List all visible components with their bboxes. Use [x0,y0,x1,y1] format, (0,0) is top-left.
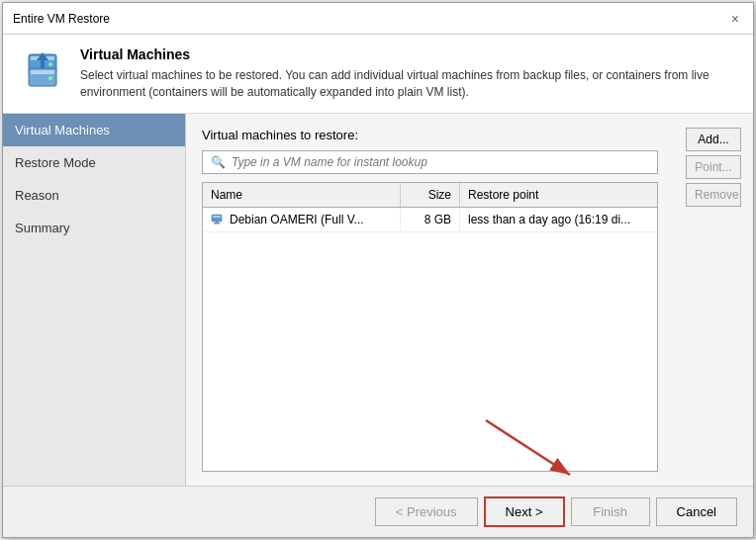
previous-button[interactable]: < Previous [375,497,478,526]
search-input[interactable] [232,155,649,169]
vm-restore-point: less than a day ago (16:19 di... [460,208,657,231]
dialog-title: Entire VM Restore [13,12,110,26]
vm-icon-svg [19,46,66,94]
header-section: Virtual Machines Select virtual machines… [3,35,753,114]
header-description: Select virtual machines to be restored. … [80,67,737,101]
svg-rect-9 [213,216,221,218]
remove-button[interactable]: Remove [686,183,741,207]
vm-size: 8 GB [401,208,460,231]
next-button[interactable]: Next > [484,496,565,527]
dialog: Entire VM Restore × Virtual Machines Se [2,2,754,538]
search-box: 🔍 [202,150,658,174]
table-header: Name Size Restore point [203,183,657,208]
footer: < Previous Next > Finish Cancel [3,486,753,537]
vm-row-icon [211,213,225,226]
close-button[interactable]: × [727,10,743,28]
col-header-size: Size [401,183,460,207]
vm-header-icon [19,46,66,94]
sidebar-item-virtual-machines[interactable]: Virtual Machines [3,114,185,146]
right-buttons: Add... Point... Remove [674,114,753,486]
sidebar-item-restore-mode[interactable]: Restore Mode [3,146,185,179]
search-icon: 🔍 [211,155,226,169]
vm-list-label: Virtual machines to restore: [202,128,658,142]
main-content: Virtual Machines Restore Mode Reason Sum… [3,114,753,486]
table-body: Debian OAMERI (Full V... 8 GB less than … [203,208,657,471]
svg-rect-7 [41,60,45,68]
sidebar-item-summary[interactable]: Summary [3,212,185,244]
finish-button[interactable]: Finish [571,497,650,526]
svg-rect-4 [31,70,54,74]
point-button[interactable]: Point... [686,155,741,179]
vm-table: Name Size Restore point De [202,182,658,472]
title-bar: Entire VM Restore × [3,3,753,35]
add-button[interactable]: Add... [686,128,741,151]
header-text: Virtual Machines Select virtual machines… [80,46,737,101]
svg-point-5 [48,76,52,80]
svg-rect-11 [216,222,218,224]
sidebar-item-reason[interactable]: Reason [3,179,185,212]
cancel-button[interactable]: Cancel [656,497,737,526]
content-area: Virtual machines to restore: 🔍 Name Size… [186,114,674,486]
svg-point-2 [48,62,52,66]
col-header-restore: Restore point [460,183,657,207]
table-row[interactable]: Debian OAMERI (Full V... 8 GB less than … [203,208,657,232]
vm-name: Debian OAMERI (Full V... [230,213,364,226]
col-header-name: Name [203,183,401,207]
header-title: Virtual Machines [80,46,737,62]
sidebar: Virtual Machines Restore Mode Reason Sum… [3,114,186,486]
